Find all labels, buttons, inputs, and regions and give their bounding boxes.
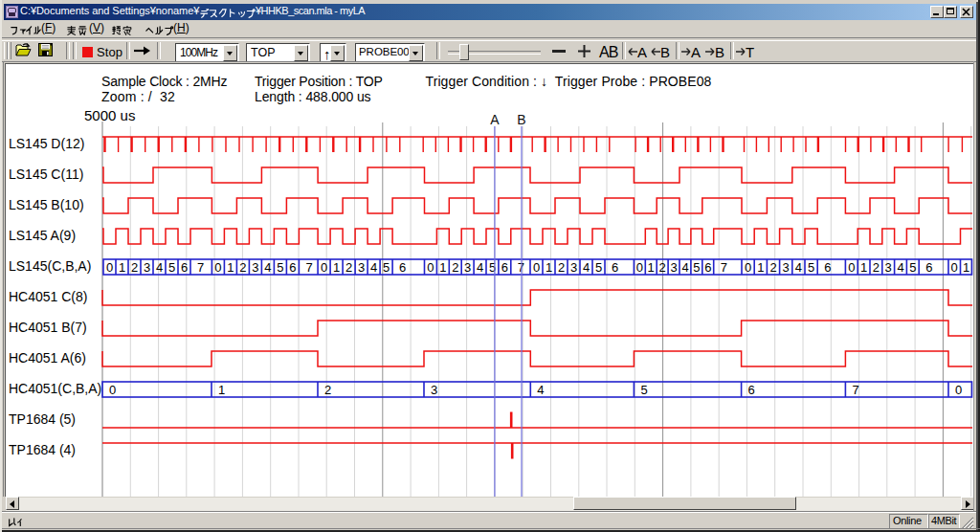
svg-text:1: 1 bbox=[963, 260, 969, 275]
svg-text:6: 6 bbox=[748, 383, 755, 397]
svg-text:4: 4 bbox=[795, 260, 802, 275]
svg-text:6: 6 bbox=[501, 260, 508, 275]
svg-text:0: 0 bbox=[636, 260, 643, 275]
svg-text:0: 0 bbox=[214, 260, 221, 275]
svg-text:4: 4 bbox=[681, 260, 688, 275]
svg-text:6: 6 bbox=[925, 260, 932, 275]
svg-text:1: 1 bbox=[757, 260, 764, 275]
svg-text:7: 7 bbox=[305, 260, 312, 275]
svg-text:3: 3 bbox=[358, 260, 365, 275]
svg-text:2: 2 bbox=[324, 383, 331, 397]
svg-text:6: 6 bbox=[399, 260, 406, 275]
svg-text:0: 0 bbox=[745, 260, 751, 275]
svg-text:0: 0 bbox=[427, 260, 434, 275]
svg-text:7: 7 bbox=[197, 260, 204, 275]
svg-text:3: 3 bbox=[252, 260, 258, 275]
svg-text:5: 5 bbox=[168, 260, 175, 275]
svg-text:5: 5 bbox=[595, 260, 602, 275]
svg-text:5: 5 bbox=[277, 260, 283, 275]
svg-text:3: 3 bbox=[431, 383, 437, 397]
svg-text:0: 0 bbox=[533, 260, 540, 275]
svg-text:1: 1 bbox=[648, 260, 655, 275]
svg-text:2: 2 bbox=[558, 260, 565, 275]
svg-text:5: 5 bbox=[808, 260, 814, 275]
svg-text:7: 7 bbox=[721, 260, 727, 275]
svg-text:4: 4 bbox=[156, 260, 163, 275]
svg-text:2: 2 bbox=[452, 260, 458, 275]
svg-text:B: B bbox=[517, 112, 525, 127]
svg-text:6: 6 bbox=[824, 260, 831, 275]
svg-text:5: 5 bbox=[640, 383, 647, 397]
svg-text:3: 3 bbox=[783, 260, 790, 275]
svg-text:1: 1 bbox=[860, 260, 867, 275]
svg-text:0: 0 bbox=[955, 383, 962, 397]
svg-text:0: 0 bbox=[848, 260, 855, 275]
svg-text:3: 3 bbox=[570, 260, 577, 275]
svg-text:3: 3 bbox=[885, 260, 892, 275]
svg-text:3: 3 bbox=[464, 260, 471, 275]
svg-text:0: 0 bbox=[321, 260, 327, 275]
svg-text:5: 5 bbox=[693, 260, 700, 275]
svg-text:4: 4 bbox=[477, 260, 483, 275]
svg-text:2: 2 bbox=[658, 260, 665, 275]
svg-text:1: 1 bbox=[439, 260, 446, 275]
svg-text:2: 2 bbox=[769, 260, 776, 275]
svg-text:3: 3 bbox=[670, 260, 677, 275]
svg-text:1: 1 bbox=[218, 383, 225, 397]
svg-text:1: 1 bbox=[546, 260, 552, 275]
svg-text:2: 2 bbox=[131, 260, 138, 275]
svg-text:6: 6 bbox=[181, 260, 188, 275]
svg-text:1: 1 bbox=[119, 260, 125, 275]
svg-text:2: 2 bbox=[873, 260, 880, 275]
svg-text:0: 0 bbox=[109, 383, 116, 397]
svg-text:A: A bbox=[490, 112, 500, 127]
svg-text:0: 0 bbox=[106, 260, 113, 275]
svg-text:3: 3 bbox=[144, 260, 150, 275]
svg-text:6: 6 bbox=[289, 260, 296, 275]
svg-text:2: 2 bbox=[345, 260, 352, 275]
svg-text:4: 4 bbox=[264, 260, 271, 275]
svg-text:4: 4 bbox=[537, 383, 544, 397]
svg-text:0: 0 bbox=[951, 260, 958, 275]
svg-text:1: 1 bbox=[227, 260, 234, 275]
svg-text:4: 4 bbox=[370, 260, 377, 275]
svg-text:5: 5 bbox=[383, 260, 390, 275]
svg-text:6: 6 bbox=[612, 260, 618, 275]
svg-text:1: 1 bbox=[333, 260, 340, 275]
svg-text:4: 4 bbox=[897, 260, 903, 275]
svg-text:5: 5 bbox=[909, 260, 916, 275]
svg-text:4: 4 bbox=[583, 260, 590, 275]
svg-text:7: 7 bbox=[852, 383, 858, 397]
svg-text:6: 6 bbox=[704, 260, 711, 275]
svg-text:2: 2 bbox=[239, 260, 246, 275]
